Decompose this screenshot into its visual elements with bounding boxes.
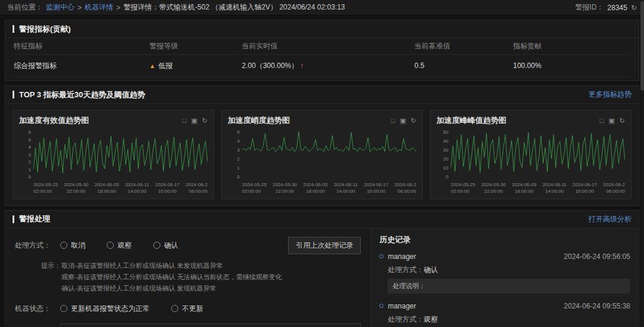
radio-no-update[interactable]: 不更新	[171, 304, 203, 314]
method-label: 处理方式：	[15, 240, 60, 251]
scrollbar-thumb[interactable]	[640, 1, 644, 91]
entry-time: 2024-06-24 09:55:38	[564, 302, 630, 310]
alarm-id-label: 警报ID：	[575, 2, 604, 13]
tip-observe: 观察-表征该警报经人工分析或现场确认 无法确认当前状态，需继续观察变化	[61, 273, 282, 282]
cell-contribution: 100.00%	[513, 61, 630, 70]
entry-note-box: 处理说明：	[388, 279, 630, 294]
advanced-analysis-link[interactable]: 打开高级分析	[589, 214, 631, 224]
entry-dot-icon	[379, 254, 383, 258]
trend-line-chart[interactable]	[451, 129, 625, 180]
refresh-icon[interactable]: ↻	[631, 4, 637, 12]
chart-card-peak: 加速度峰峰值趋势图 □ ▣ ↻ 50403020100 2024-05-2502…	[430, 110, 631, 199]
section-accent-bar	[13, 215, 14, 223]
cell-baseline: 0.5	[414, 61, 513, 70]
entry-method-value: 观察	[423, 315, 438, 323]
tip-confirm: 确认-表征该警报经人工分析或现场确认 发现机器异常	[61, 284, 282, 293]
radio-circle-icon[interactable]	[107, 242, 114, 249]
quote-last-record-button[interactable]: 引用上次处理记录	[288, 237, 361, 254]
radio-cancel-label: 取消	[71, 240, 85, 251]
tip-cancel: 取消-表征该警报经人工分析或现场确认 未发现机器异常	[61, 261, 282, 270]
chart-refresh-icon[interactable]: ↻	[620, 117, 625, 125]
entry-note-label: 处理说明：	[392, 282, 425, 289]
process-note-input[interactable]	[60, 323, 361, 327]
header-level: 警报等级	[149, 41, 242, 51]
vertical-scrollbar[interactable]	[640, 0, 644, 327]
entry-user: manager	[388, 302, 416, 310]
trend-line-chart[interactable]	[33, 129, 208, 180]
up-arrow-icon: ↑	[300, 61, 304, 70]
trend-line-chart[interactable]	[242, 129, 416, 180]
realtime-value: 2.00（300.00%）	[242, 61, 299, 70]
alarm-id-value: 28345	[608, 4, 627, 12]
header-realtime: 当前实时值	[242, 41, 415, 51]
chart-switch-icon[interactable]: □	[182, 117, 187, 125]
history-panel: 历史记录 manager 2024-06-24 09:56:05 处理方式：确认…	[370, 229, 639, 327]
breadcrumb-current: 警报详情：带式输送机-502 （减速机输入轴2V） 2024/06/24 02:…	[123, 2, 345, 13]
process-form: 处理方式： 取消 观察 确认 引用上次处理记录 提示： 取消-表征该	[5, 229, 370, 327]
chart-card-rms: 加速度有效值趋势图 □ ▣ ↻ 6543210 2024-05-2502:00:…	[13, 110, 214, 199]
breadcrumb-separator: >	[116, 4, 120, 12]
section-accent-bar	[13, 91, 14, 98]
history-title: 历史记录	[379, 235, 630, 245]
chart-refresh-icon[interactable]: ↻	[411, 117, 416, 125]
chart-fullscreen-icon[interactable]: ▣	[608, 117, 614, 125]
history-entry: manager 2024-06-24 09:55:38 处理方式：观察 处理说明…	[379, 302, 630, 327]
machine-status-label: 机器状态：	[15, 304, 60, 314]
radio-circle-icon[interactable]	[60, 242, 67, 249]
trends-panel: TOP 3 指标最近30天趋势及阈值趋势 更多指标趋势 加速度有效值趋势图 □ …	[5, 85, 639, 206]
radio-update-status-label: 更新机器报警状态为正常	[71, 304, 150, 314]
breadcrumb-prefix: 当前位置：	[7, 2, 43, 13]
more-trends-link[interactable]: 更多指标趋势	[589, 90, 631, 100]
process-panel-title: 警报处理	[19, 214, 50, 224]
radio-observe-label: 观察	[117, 240, 132, 251]
radio-circle-icon[interactable]	[153, 242, 160, 249]
chart-title: 加速度峰峰值趋势图	[436, 115, 506, 126]
trends-panel-title: TOP 3 指标最近30天趋势及阈值趋势	[19, 90, 145, 100]
breadcrumb-link-monitor-center[interactable]: 监测中心	[46, 2, 75, 13]
level-text: 低报	[158, 61, 172, 70]
cell-realtime: 2.00（300.00%）↑	[242, 61, 415, 71]
warning-triangle-icon: ▲	[149, 63, 155, 69]
radio-observe[interactable]: 观察	[107, 240, 132, 251]
entry-method-value: 确认	[423, 266, 438, 274]
alarm-process-panel: 警报处理 打开高级分析 处理方式： 取消 观察 确认 引用上次处理记录	[5, 210, 639, 327]
alarm-metrics-panel: 警报指标(贡献) 特征指标 警报等级 当前实时值 当前基准值 指标贡献 综合报警…	[5, 20, 639, 81]
entry-time: 2024-06-24 09:56:05	[564, 252, 630, 261]
chart-x-axis: 2024-05-2502:00:002024-05-3022:00:002024…	[33, 182, 208, 195]
radio-confirm-label: 确认	[164, 240, 178, 251]
chart-refresh-icon[interactable]: ↻	[202, 117, 208, 125]
radio-cancel[interactable]: 取消	[60, 240, 85, 251]
chart-title: 加速度有效值趋势图	[19, 115, 89, 126]
breadcrumb-link-machine-detail[interactable]: 机器详情	[85, 2, 113, 13]
history-entry: manager 2024-06-24 09:56:05 处理方式：确认 处理说明…	[379, 252, 630, 294]
entry-method-label: 处理方式：	[388, 266, 423, 274]
section-accent-bar	[13, 25, 14, 33]
metrics-panel-title: 警报指标(贡献)	[19, 24, 71, 35]
chart-card-kurtosis: 加速度峭度趋势图 □ ▣ ↻ 543210 2024-05-2502:00:00…	[221, 110, 423, 199]
header-contribution: 指标贡献	[513, 41, 630, 51]
cell-feature: 综合报警指标	[14, 61, 149, 71]
radio-confirm[interactable]: 确认	[153, 240, 178, 251]
breadcrumb-separator: >	[78, 4, 82, 12]
tips-label: 提示：	[41, 261, 61, 295]
chart-switch-icon[interactable]: □	[600, 117, 604, 125]
chart-y-axis: 543210	[228, 129, 242, 180]
chart-x-axis: 2024-05-2502:00:002024-05-3022:00:002024…	[451, 182, 625, 195]
metrics-table: 特征指标 警报等级 当前实时值 当前基准值 指标贡献 综合报警指标 ▲低报 2.…	[5, 38, 639, 81]
chart-fullscreen-icon[interactable]: ▣	[191, 117, 197, 125]
chart-switch-icon[interactable]: □	[391, 117, 395, 125]
radio-no-update-label: 不更新	[182, 304, 203, 314]
chart-title: 加速度峭度趋势图	[228, 115, 290, 126]
radio-update-status[interactable]: 更新机器报警状态为正常	[60, 304, 150, 314]
entry-user: manager	[388, 252, 416, 261]
chart-y-axis: 6543210	[19, 129, 33, 180]
chart-fullscreen-icon[interactable]: ▣	[400, 117, 405, 125]
radio-circle-icon[interactable]	[171, 305, 178, 312]
breadcrumb-bar: 当前位置： 监测中心 > 机器详情 > 警报详情：带式输送机-502 （减速机输…	[0, 0, 644, 16]
entry-method-label: 处理方式：	[388, 315, 423, 323]
metrics-table-header: 特征指标 警报等级 当前实时值 当前基准值 指标贡献	[14, 38, 630, 55]
chart-y-axis: 50403020100	[436, 129, 451, 180]
cell-level: ▲低报	[149, 61, 242, 71]
radio-circle-icon[interactable]	[60, 305, 67, 312]
table-row: 综合报警指标 ▲低报 2.00（300.00%）↑ 0.5 100.00%	[14, 55, 630, 77]
